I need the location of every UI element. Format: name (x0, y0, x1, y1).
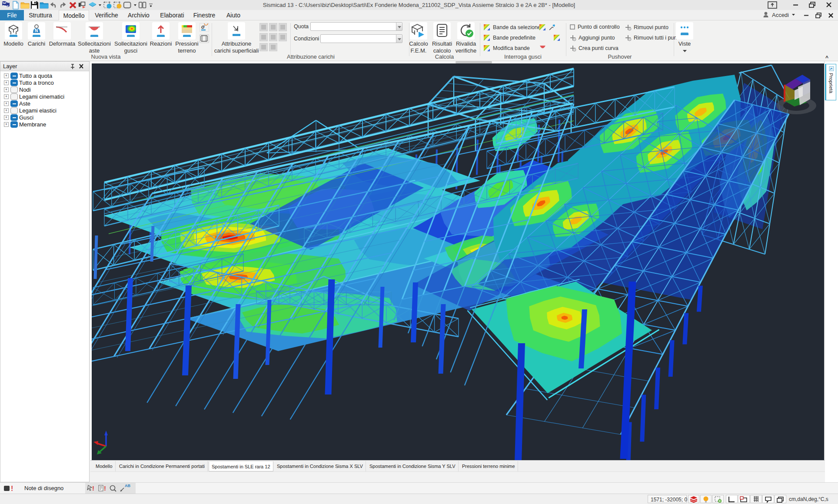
svg-text:!: ! (11, 485, 13, 492)
svg-text:!: ! (92, 484, 94, 492)
svg-text:N: N (35, 28, 38, 33)
svg-text:!: ! (104, 484, 106, 492)
svg-text:AB: AB (125, 484, 130, 488)
